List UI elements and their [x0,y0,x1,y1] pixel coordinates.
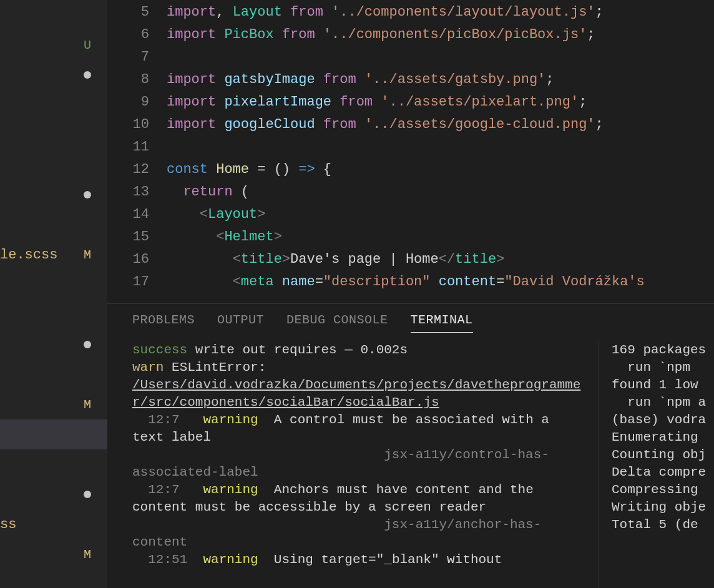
panel-tab-terminal[interactable]: TERMINAL [411,313,473,333]
git-status-badge: M [84,248,91,262]
sidebar-row[interactable] [0,60,107,90]
sidebar-row[interactable] [0,300,107,330]
line-number: 6 [107,24,149,46]
sidebar-row[interactable]: M [0,390,107,419]
code-line[interactable]: <Helmet> [167,226,714,248]
terminal-line: run `npm a [612,394,714,411]
code-line[interactable]: <title>Dave's page | Home</title> [167,248,714,271]
line-number: 17 [107,271,149,293]
terminal-line: /Users/david.vodrazka/Documents/projects… [132,376,586,411]
sidebar-row[interactable] [0,270,107,300]
git-status-badge: M [84,398,91,412]
sidebar-row[interactable]: U [0,30,107,60]
terminal-line: 12:7 warning A control must be associate… [132,411,586,446]
sidebar-row[interactable] [0,330,107,360]
terminal-line: success write out requires — 0.002s [132,341,586,359]
panel-tabs: PROBLEMSOUTPUTDEBUG CONSOLETERMINAL [107,304,714,339]
code-line[interactable]: <Layout> [167,203,714,226]
code-line[interactable] [167,46,714,69]
terminal-line: Total 5 (de [612,516,714,534]
file-explorer-sidebar[interactable]: Ule.scssMMssM [0,0,107,588]
modified-dot-icon [84,491,91,498]
terminal-body[interactable]: success write out requires — 0.002swarn … [107,339,714,588]
code-line[interactable]: <meta name="description" content="David … [167,271,714,293]
sidebar-row[interactable] [0,120,107,150]
code-line[interactable]: import gatsbyImage from '../assets/gatsb… [167,69,714,91]
line-number: 10 [107,114,149,136]
sidebar-row[interactable]: M [0,539,107,569]
file-name-label: le.scss [0,247,57,263]
file-name-label: ss [0,517,16,532]
line-number-gutter: 567891011121314151617 [107,1,167,303]
line-number: 9 [107,91,149,114]
sidebar-row[interactable] [0,210,107,240]
sidebar-row[interactable] [0,0,107,30]
line-number: 14 [107,203,149,226]
terminal-line: warn ESLintError: [132,359,586,376]
terminal-line: Enumerating [612,429,714,446]
line-number: 5 [107,1,149,24]
code-line[interactable]: const Home = () => { [167,159,714,181]
terminal-line: found 1 low [612,376,714,394]
line-number: 7 [107,46,149,69]
panel-tab-problems[interactable]: PROBLEMS [132,313,195,333]
sidebar-row[interactable] [0,479,107,509]
code-editor[interactable]: 567891011121314151617 import, Layout fro… [107,0,714,303]
line-number: 8 [107,69,149,91]
terminal-line: 12:7 warning Anchors must have content a… [132,481,586,516]
terminal-line: run `npm [612,359,714,376]
line-number: 16 [107,248,149,271]
code-line[interactable]: import, Layout from '../components/layou… [167,1,714,24]
terminal-line: Counting obj [612,446,714,464]
code-line[interactable] [167,136,714,159]
line-number: 15 [107,226,149,248]
panel-tab-output[interactable]: OUTPUT [217,313,264,333]
code-line[interactable]: import PicBox from '../components/picBox… [167,24,714,46]
sidebar-row[interactable]: le.scssM [0,240,107,270]
sidebar-row[interactable] [0,180,107,210]
modified-dot-icon [84,191,91,198]
sidebar-row[interactable] [0,150,107,180]
panel-tab-debug-console[interactable]: DEBUG CONSOLE [286,313,388,333]
git-status-badge: M [84,547,91,562]
terminal-line: 169 packages [612,341,714,359]
sidebar-row[interactable] [0,419,107,449]
code-content[interactable]: import, Layout from '../components/layou… [167,1,714,303]
terminal-right-pane[interactable]: 169 packages run `npm found 1 low run `n… [599,341,714,588]
modified-dot-icon [84,341,91,348]
terminal-line: jsx-a11y/anchor-has-content [132,516,586,551]
terminal-line: Delta compre [612,464,714,481]
line-number: 11 [107,136,149,159]
terminal-line: Writing obje [612,499,714,516]
code-line[interactable]: import pixelartImage from '../assets/pix… [167,91,714,114]
terminal-line: Compressing [612,481,714,499]
terminal-line: (base) vodra [612,411,714,429]
terminal-line: 12:51 warning Using target="_blank" with… [132,551,586,569]
code-line[interactable]: return ( [167,181,714,203]
bottom-panel: PROBLEMSOUTPUTDEBUG CONSOLETERMINAL succ… [107,303,714,588]
terminal-left-pane[interactable]: success write out requires — 0.002swarn … [132,341,599,588]
git-status-badge: U [84,38,91,52]
sidebar-row[interactable]: ss [0,509,107,539]
line-number: 12 [107,159,149,181]
sidebar-row[interactable] [0,90,107,120]
terminal-line: jsx-a11y/control-has-associated-label [132,446,586,481]
code-line[interactable]: import googleCloud from '../assets/googl… [167,114,714,136]
sidebar-row[interactable] [0,449,107,479]
line-number: 13 [107,181,149,203]
modified-dot-icon [84,71,91,79]
sidebar-row[interactable] [0,360,107,390]
